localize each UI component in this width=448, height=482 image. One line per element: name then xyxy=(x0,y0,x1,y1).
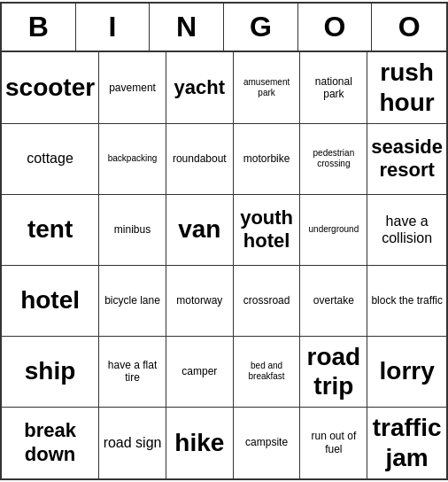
bingo-cell-4[interactable]: national park xyxy=(300,52,367,123)
cell-text-0: scooter xyxy=(5,73,95,103)
cell-text-8: roundabout xyxy=(173,152,227,165)
bingo-cell-31[interactable]: road sign xyxy=(99,408,166,478)
cell-text-3: amusement park xyxy=(237,77,297,98)
bingo-cell-27[interactable]: bed and breakfast xyxy=(234,337,301,408)
cell-text-10: pedestrian crossing xyxy=(304,148,363,169)
cell-text-11: seaside resort xyxy=(371,136,443,183)
bingo-cell-25[interactable]: have a flat tire xyxy=(99,337,166,408)
cell-text-1: pavement xyxy=(109,82,156,94)
cell-text-5: rush hour xyxy=(371,58,443,117)
cell-text-16: underground xyxy=(309,224,359,235)
cell-text-20: motorway xyxy=(176,294,222,307)
bingo-cell-11[interactable]: seaside resort xyxy=(367,124,446,195)
bingo-cell-28[interactable]: road trip xyxy=(300,337,367,408)
cell-text-23: block the traffic xyxy=(371,294,442,307)
bingo-grid: scooterpavementyachtamusement parknation… xyxy=(2,52,446,478)
cell-text-4: national park xyxy=(304,75,363,101)
cell-text-19: bicycle lane xyxy=(104,294,160,307)
cell-text-18: hotel xyxy=(20,285,80,315)
header-letter-n-2: N xyxy=(150,4,224,51)
bingo-cell-18[interactable]: hotel xyxy=(2,266,99,337)
bingo-cell-12[interactable]: tent xyxy=(2,195,99,266)
bingo-cell-34[interactable]: run out of fuel xyxy=(300,408,367,478)
bingo-cell-15[interactable]: youth hotel xyxy=(234,195,301,266)
bingo-cell-17[interactable]: have a collision xyxy=(367,195,446,266)
cell-text-21: crossroad xyxy=(243,294,290,307)
bingo-cell-26[interactable]: camper xyxy=(166,337,234,408)
bingo-cell-32[interactable]: hike xyxy=(166,408,234,478)
cell-text-30: break down xyxy=(5,419,95,466)
bingo-cell-9[interactable]: motorbike xyxy=(234,124,301,195)
header-letter-o-4: O xyxy=(298,4,373,51)
cell-text-27: bed and breakfast xyxy=(237,361,297,382)
bingo-cell-23[interactable]: block the traffic xyxy=(367,266,446,337)
cell-text-13: minibus xyxy=(114,223,151,236)
bingo-cell-14[interactable]: van xyxy=(166,195,234,266)
bingo-cell-29[interactable]: lorry xyxy=(367,337,446,408)
bingo-cell-20[interactable]: motorway xyxy=(166,266,234,337)
bingo-cell-19[interactable]: bicycle lane xyxy=(99,266,166,337)
bingo-cell-33[interactable]: campsite xyxy=(234,408,301,478)
bingo-cell-5[interactable]: rush hour xyxy=(367,52,446,123)
cell-text-31: road sign xyxy=(104,434,162,451)
cell-text-25: have a flat tire xyxy=(103,359,162,385)
bingo-cell-21[interactable]: crossroad xyxy=(234,266,301,337)
bingo-cell-24[interactable]: ship xyxy=(2,337,99,408)
bingo-cell-35[interactable]: traffic jam xyxy=(367,408,446,478)
bingo-cell-6[interactable]: cottage xyxy=(2,124,99,195)
cell-text-17: have a collision xyxy=(371,213,443,246)
cell-text-15: youth hotel xyxy=(237,206,297,253)
cell-text-22: overtake xyxy=(313,294,354,307)
cell-text-26: camper xyxy=(182,365,217,377)
cell-text-14: van xyxy=(178,214,220,245)
cell-text-32: hike xyxy=(174,428,224,458)
cell-text-6: cottage xyxy=(27,150,73,167)
cell-text-35: traffic jam xyxy=(371,413,443,472)
cell-text-2: yacht xyxy=(174,76,225,99)
header-letter-i-1: I xyxy=(76,4,151,51)
cell-text-12: tent xyxy=(27,214,73,245)
bingo-card: BINGOO scooterpavementyachtamusement par… xyxy=(0,2,448,479)
bingo-header: BINGOO xyxy=(2,4,446,52)
bingo-cell-10[interactable]: pedestrian crossing xyxy=(300,124,367,195)
bingo-cell-7[interactable]: backpacking xyxy=(99,124,166,195)
header-letter-g-3: G xyxy=(224,4,298,51)
cell-text-24: ship xyxy=(25,356,76,386)
cell-text-34: run out of fuel xyxy=(304,430,363,455)
cell-text-29: lorry xyxy=(380,356,435,386)
bingo-cell-30[interactable]: break down xyxy=(2,408,99,478)
bingo-cell-0[interactable]: scooter xyxy=(2,52,99,123)
bingo-cell-8[interactable]: roundabout xyxy=(166,124,234,195)
bingo-cell-2[interactable]: yacht xyxy=(166,52,234,123)
bingo-cell-16[interactable]: underground xyxy=(300,195,367,266)
bingo-cell-22[interactable]: overtake xyxy=(300,266,367,337)
bingo-cell-1[interactable]: pavement xyxy=(99,52,166,123)
bingo-cell-13[interactable]: minibus xyxy=(99,195,166,266)
bingo-cell-3[interactable]: amusement park xyxy=(234,52,301,123)
header-letter-b-0: B xyxy=(2,4,76,51)
cell-text-7: backpacking xyxy=(108,153,158,164)
cell-text-28: road trip xyxy=(304,342,363,401)
cell-text-33: campsite xyxy=(245,436,288,448)
cell-text-9: motorbike xyxy=(243,152,290,165)
header-letter-o-5: O xyxy=(372,4,446,51)
